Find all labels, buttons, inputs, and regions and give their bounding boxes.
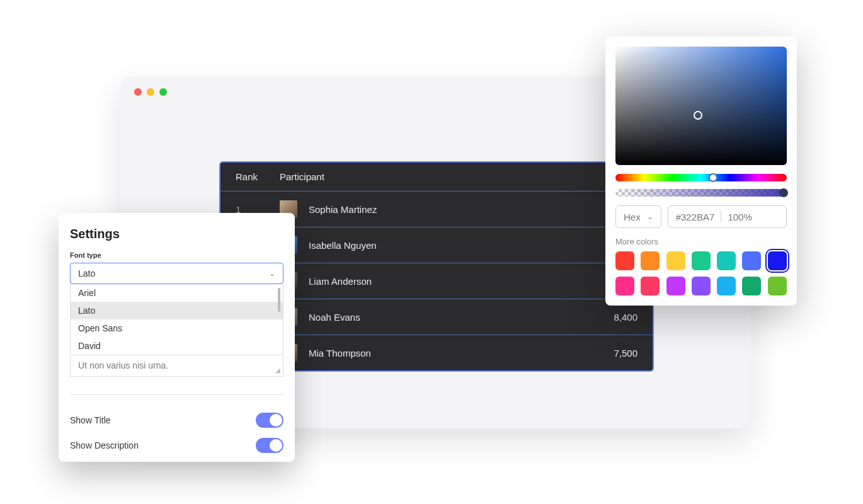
show-description-toggle[interactable]	[256, 438, 283, 453]
color-swatch[interactable]	[615, 277, 634, 295]
chevron-down-icon: ⌄	[647, 212, 653, 221]
participant-cell: Sophia Martinez	[280, 200, 581, 218]
color-swatch[interactable]	[768, 251, 787, 270]
participant-cell: Noah Evans	[280, 308, 581, 326]
saturation-value-area[interactable]	[615, 47, 787, 165]
font-select[interactable]: Lato ⌄	[70, 263, 283, 284]
divider	[70, 394, 283, 395]
show-description-label: Show Description	[70, 440, 139, 450]
color-format-select[interactable]: Hex ⌄	[615, 205, 661, 228]
settings-panel: Settings Font type Lato ⌄ Ariel Lato Ope…	[59, 213, 295, 462]
participant-name: Liam Anderson	[309, 276, 372, 287]
color-swatch[interactable]	[641, 251, 660, 270]
settings-title: Settings	[70, 227, 283, 241]
color-swatch[interactable]	[717, 277, 736, 295]
hue-handle[interactable]	[709, 173, 717, 182]
participant-name: Sophia Martinez	[309, 204, 377, 215]
color-swatch[interactable]	[742, 277, 761, 295]
description-textarea[interactable]: Ut non varius nisi urna. ◢	[70, 355, 283, 377]
maximize-window-button[interactable]	[159, 88, 167, 96]
color-swatch[interactable]	[768, 277, 787, 295]
color-swatch[interactable]	[692, 277, 711, 295]
header-rank: Rank	[236, 171, 280, 182]
sv-handle[interactable]	[694, 111, 702, 120]
color-swatch[interactable]	[717, 251, 736, 270]
alpha-value: 100%	[728, 212, 752, 222]
swatches-grid	[615, 251, 787, 295]
show-description-row: Show Description	[70, 438, 283, 453]
hex-value: #322BA7	[676, 212, 715, 222]
minimize-window-button[interactable]	[147, 88, 154, 96]
score-value: 7,500	[581, 348, 637, 358]
font-dropdown: Ariel Lato Open Sans David	[70, 284, 283, 355]
color-swatch[interactable]	[692, 251, 711, 270]
color-swatch[interactable]	[666, 251, 685, 270]
resize-handle-icon[interactable]: ◢	[275, 367, 280, 374]
color-swatch[interactable]	[641, 277, 660, 295]
color-inputs: Hex ⌄ #322BA7 100%	[615, 205, 787, 228]
toggle-knob	[270, 414, 282, 427]
hex-input[interactable]: #322BA7 100%	[668, 205, 787, 228]
font-select-value: Lato	[78, 268, 95, 278]
font-option[interactable]: Lato	[71, 302, 283, 319]
font-option[interactable]: David	[71, 337, 283, 355]
more-colors-label: More colors	[615, 237, 787, 246]
participant-cell: Isabella Nguyen	[280, 236, 581, 254]
show-title-toggle[interactable]	[256, 413, 283, 428]
format-value: Hex	[624, 212, 641, 222]
font-type-label: Font type	[70, 251, 283, 259]
color-swatch[interactable]	[742, 251, 761, 270]
textarea-value: Ut non varius nisi urna.	[78, 360, 168, 370]
participant-name: Isabella Nguyen	[309, 240, 377, 251]
participant-cell: Liam Anderson	[280, 272, 581, 290]
divider	[721, 211, 721, 222]
header-participant: Participant	[280, 171, 581, 182]
color-swatch[interactable]	[615, 251, 634, 270]
close-window-button[interactable]	[134, 88, 142, 96]
show-title-row: Show Title	[70, 413, 283, 428]
participant-name: Noah Evans	[309, 312, 360, 323]
alpha-slider[interactable]	[615, 189, 787, 197]
scrollbar[interactable]	[278, 288, 280, 312]
show-title-label: Show Title	[70, 415, 111, 425]
alpha-handle[interactable]	[779, 188, 788, 197]
toggle-knob	[270, 439, 282, 452]
font-option[interactable]: Open Sans	[71, 319, 283, 337]
chevron-down-icon: ⌄	[269, 269, 275, 278]
color-picker-panel: Hex ⌄ #322BA7 100% More colors	[605, 37, 797, 306]
participant-name: Mia Thompson	[309, 348, 371, 358]
score-value: 8,400	[581, 312, 637, 323]
color-swatch[interactable]	[666, 277, 685, 295]
hue-slider[interactable]	[615, 174, 787, 181]
participant-cell: Mia Thompson	[280, 344, 581, 362]
table-header: Rank Participant Score	[220, 163, 653, 191]
font-option[interactable]: Ariel	[71, 284, 283, 302]
